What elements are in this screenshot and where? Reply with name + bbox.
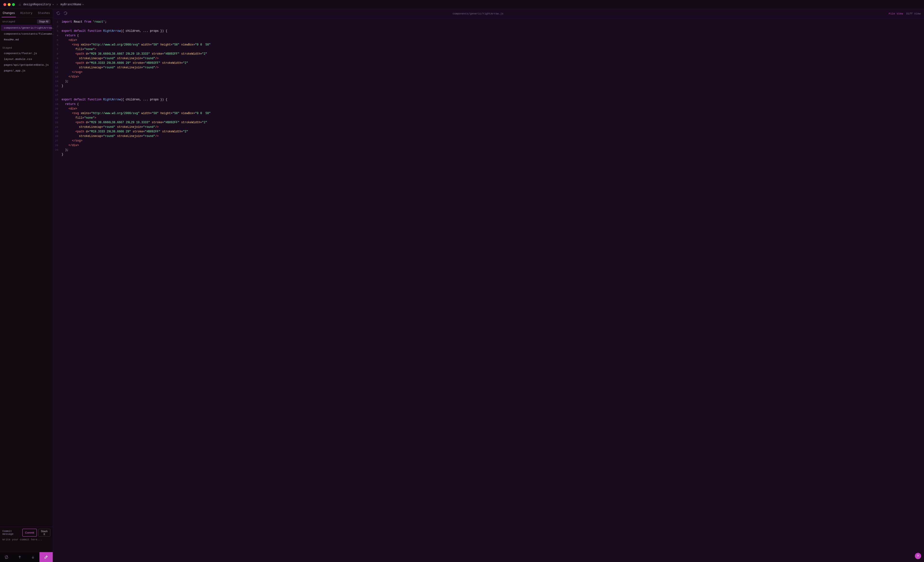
code-line: 23 <path d="M29 38.6666L38.6667 29L29 19… bbox=[53, 120, 924, 125]
code-line: 17 bbox=[53, 93, 924, 98]
branch-selector[interactable]: myBranchName ▾ bbox=[60, 3, 84, 6]
file-name: components/footer.js bbox=[4, 52, 37, 55]
code-line: 29 ); bbox=[53, 148, 924, 152]
code-line: 24 strokeLinecap="round" strokeLinejoin=… bbox=[53, 125, 924, 129]
code-content: 1 import React from 'react'; 2 3 export … bbox=[53, 18, 924, 562]
file-view-tab[interactable]: File View bbox=[889, 12, 903, 15]
unstaged-label: Unstaged bbox=[2, 20, 15, 23]
code-line: 28 </div> bbox=[53, 143, 924, 148]
file-name: layout.module.css bbox=[4, 57, 32, 61]
code-line: 11 strokeLinecap="round" strokeLinejoin=… bbox=[53, 65, 924, 70]
branch-dropdown-arrow: ▾ bbox=[82, 3, 84, 6]
unstaged-file-list: components/generic/rightArrow.js unstage… bbox=[0, 24, 53, 43]
view-tabs: File View Diff View bbox=[889, 12, 921, 15]
file-name: pages/api/getUpdatedData.js bbox=[4, 63, 49, 66]
code-line: 7 fill="none"> bbox=[53, 47, 924, 52]
repo-selector[interactable]: designRepository ▾ bbox=[23, 3, 54, 6]
staged-file-app[interactable]: pages/_app.js bbox=[1, 68, 52, 74]
code-line: 25 <path d="M19.3333 29L38.6666 29" stro… bbox=[53, 129, 924, 134]
code-line: 26 strokeLinecap="round" strokeLinejoin=… bbox=[53, 134, 924, 139]
commit-area: Commit message Commit Stash It bbox=[0, 527, 53, 552]
svg-line-2 bbox=[46, 556, 47, 557]
bottom-toolbar bbox=[0, 552, 53, 562]
code-line: 20 <div> bbox=[53, 107, 924, 111]
unstaged-section-header: Unstaged Stage All bbox=[0, 18, 53, 24]
code-line: 12 </svg> bbox=[53, 70, 924, 75]
sidebar: Changes History Stashes Unstaged Stage A… bbox=[0, 9, 53, 562]
file-name: components/generic/rightArrow.js bbox=[4, 26, 57, 29]
main-layout: Changes History Stashes Unstaged Stage A… bbox=[0, 9, 924, 562]
branch-name: myBranchName bbox=[60, 3, 81, 6]
titlebar: ⌂ designRepository ▾ › myBranchName ▾ bbox=[0, 0, 924, 9]
undo-button[interactable] bbox=[56, 11, 60, 16]
code-line: 1 import React from 'react'; bbox=[53, 20, 924, 24]
code-header-left bbox=[56, 11, 68, 16]
code-line: 22 fill="none"> bbox=[53, 116, 924, 120]
traffic-lights bbox=[3, 3, 15, 6]
code-line: 9 strokeLinecap="round" strokeLinejoin="… bbox=[53, 56, 924, 61]
file-name: components/constants/filename.md bbox=[4, 32, 57, 35]
minimize-button[interactable] bbox=[8, 3, 10, 6]
code-line: 19 return ( bbox=[53, 102, 924, 107]
code-line: 8 <path d="M29 38.6666L38.6667 29L29 19.… bbox=[53, 52, 924, 56]
unstaged-file-rightarrow[interactable]: components/generic/rightArrow.js unstage bbox=[1, 25, 52, 31]
staged-file-layout[interactable]: layout.module.css bbox=[1, 56, 52, 62]
file-name: pages/_app.js bbox=[4, 69, 26, 72]
repo-dropdown-arrow: ▾ bbox=[52, 3, 54, 6]
sidebar-tabs: Changes History Stashes bbox=[0, 9, 53, 18]
tab-changes[interactable]: Changes bbox=[0, 9, 18, 17]
pencil-button[interactable] bbox=[39, 552, 53, 562]
unstaged-file-filename[interactable]: components/constants/filename.md bbox=[1, 31, 52, 37]
code-line: 16 bbox=[53, 88, 924, 93]
file-name: ReadMe.md bbox=[4, 38, 19, 41]
code-line: 27 </svg> bbox=[53, 139, 924, 143]
code-line: 4 return ( bbox=[53, 33, 924, 38]
staged-label: Staged bbox=[2, 47, 12, 50]
code-header: components/generic/rightArrow.js File Vi… bbox=[53, 9, 924, 18]
code-line: } bbox=[53, 152, 924, 157]
staged-file-list: components/footer.js layout.module.css p… bbox=[0, 50, 53, 527]
code-line: 6 <svg xmlns="http://www.w3.org/2000/svg… bbox=[53, 43, 924, 47]
commit-message-input[interactable] bbox=[2, 538, 50, 550]
code-line: 18 export default function RightArrow({ … bbox=[53, 98, 924, 102]
code-line: 5 <div> bbox=[53, 38, 924, 43]
unstaged-file-readme[interactable]: ReadMe.md bbox=[1, 37, 52, 42]
push-button[interactable] bbox=[13, 552, 27, 562]
stage-all-button[interactable]: Stage All bbox=[37, 20, 50, 24]
close-button[interactable] bbox=[3, 3, 6, 6]
redo-button[interactable] bbox=[63, 11, 68, 16]
tab-stashes[interactable]: Stashes bbox=[35, 9, 53, 17]
code-line: 10 <path d="M19.3333 29L38.6666 29" stro… bbox=[53, 61, 924, 65]
help-button[interactable]: ? bbox=[915, 553, 921, 559]
fullscreen-button[interactable] bbox=[12, 3, 15, 6]
commit-buttons: Commit Stash It bbox=[22, 529, 50, 536]
code-line: 15 } bbox=[53, 84, 924, 88]
file-path: components/generic/rightArrow.js bbox=[453, 12, 503, 15]
code-line: 2 bbox=[53, 24, 924, 29]
diff-view-tab[interactable]: Diff View bbox=[906, 12, 921, 15]
staged-section-header: Staged bbox=[0, 45, 53, 50]
code-viewer: components/generic/rightArrow.js File Vi… bbox=[53, 9, 924, 562]
tab-history[interactable]: History bbox=[18, 9, 35, 17]
commit-header: Commit message Commit Stash It bbox=[2, 529, 50, 536]
stash-button[interactable]: Stash It bbox=[38, 529, 50, 536]
code-line: 14 ); bbox=[53, 79, 924, 84]
repo-name: designRepository bbox=[23, 3, 51, 6]
code-line: 13 </div> bbox=[53, 75, 924, 79]
code-line: 3 export default function RightArrow({ c… bbox=[53, 29, 924, 33]
staged-file-footer[interactable]: components/footer.js bbox=[1, 51, 52, 56]
commit-button[interactable]: Commit bbox=[22, 529, 37, 536]
pull-button[interactable] bbox=[27, 552, 40, 562]
breadcrumb-separator: › bbox=[56, 3, 58, 6]
staged-file-getupdateddata[interactable]: pages/api/getUpdatedData.js bbox=[1, 62, 52, 68]
commit-message-label: Commit message bbox=[2, 530, 22, 535]
code-line: 21 <svg xmlns="http://www.w3.org/2000/sv… bbox=[53, 111, 924, 116]
refresh-button[interactable] bbox=[0, 552, 13, 562]
home-icon: ⌂ bbox=[19, 3, 21, 6]
